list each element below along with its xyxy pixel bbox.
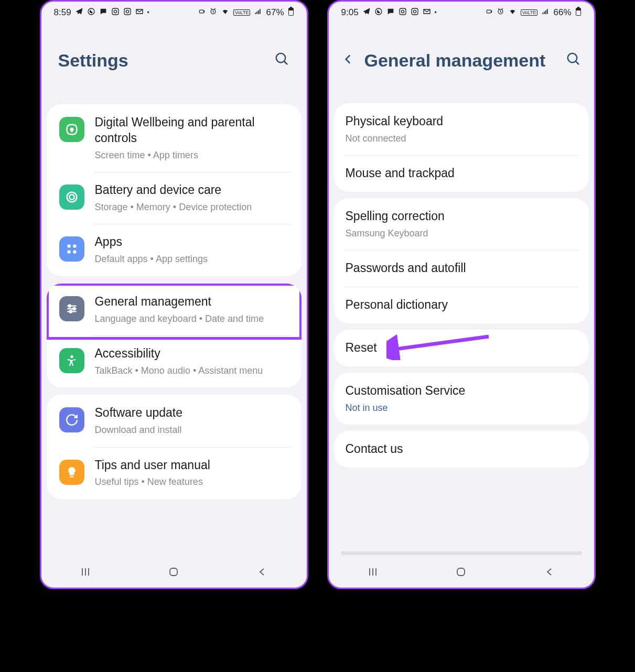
search-icon[interactable] [566, 51, 582, 69]
instagram-icon-2 [411, 7, 419, 18]
svg-rect-10 [289, 10, 293, 15]
home-button[interactable] [167, 566, 180, 580]
item-spelling-correction[interactable]: Spelling correction Samsung Keyboard [334, 198, 589, 250]
sidebar-item-software-update[interactable]: Software update Download and install [47, 395, 302, 447]
svg-rect-33 [577, 7, 579, 8]
svg-point-20 [73, 308, 75, 310]
status-bar: 8:59 • VoLTE [41, 2, 307, 24]
alarm-icon [209, 7, 217, 18]
item-subtitle: Storage • Memory • Device protection [95, 201, 289, 213]
search-icon[interactable] [274, 51, 290, 69]
whatsapp-icon [374, 7, 383, 18]
page-title: Settings [58, 50, 128, 71]
sidebar-item-tips[interactable]: Tips and user manual Useful tips • New f… [47, 447, 302, 499]
item-mouse-trackpad[interactable]: Mouse and trackpad [334, 155, 589, 192]
alarm-icon [497, 7, 504, 18]
recents-button[interactable] [367, 566, 379, 580]
apps-icon [59, 236, 84, 262]
page-title: General management [364, 50, 546, 71]
phone-right-general-management: 9:05 • VoLTE 66% General management [327, 0, 596, 589]
item-title: Customisation Service [346, 383, 577, 399]
item-title: Passwords and autofill [346, 261, 577, 276]
svg-rect-9 [290, 7, 292, 8]
sliders-icon [59, 296, 84, 321]
item-passwords-autofill[interactable]: Passwords and autofill [334, 250, 589, 287]
nav-bar [41, 558, 307, 588]
instagram-icon-2 [123, 7, 132, 18]
item-subtitle: Useful tips • New features [95, 476, 289, 488]
item-title: Spelling correction [346, 209, 577, 224]
battery-icon [575, 7, 582, 19]
settings-section: Physical keyboard Not connected Mouse an… [334, 103, 589, 192]
item-reset[interactable]: Reset [334, 330, 589, 366]
instagram-icon [111, 7, 120, 18]
battery-percent: 67% [266, 7, 284, 18]
item-subtitle: Not connected [346, 133, 577, 145]
wifi-icon [508, 7, 517, 18]
sidebar-item-apps[interactable]: Apps Default apps • App settings [47, 224, 302, 276]
more-dot-icon: • [435, 9, 437, 16]
item-customisation-service[interactable]: Customisation Service Not in use [334, 373, 589, 425]
item-title: Accessibility [95, 346, 289, 362]
svg-rect-25 [400, 8, 406, 15]
volte-icon: VoLTE [521, 9, 537, 16]
scroll-indicator [341, 551, 582, 555]
item-title: Contact us [346, 441, 577, 457]
svg-point-35 [567, 53, 577, 63]
item-personal-dictionary[interactable]: Personal dictionary [334, 287, 589, 323]
sidebar-item-wellbeing[interactable]: Digital Wellbeing and parental controls … [47, 104, 302, 172]
item-title: Apps [95, 234, 289, 250]
gmail-icon [423, 7, 431, 18]
svg-rect-29 [487, 10, 491, 13]
svg-rect-5 [199, 10, 203, 13]
battery-icon [288, 7, 294, 19]
item-contact-us[interactable]: Contact us [334, 431, 589, 468]
item-physical-keyboard[interactable]: Physical keyboard Not connected [334, 103, 589, 155]
svg-point-26 [401, 10, 404, 13]
item-subtitle: Language and keyboard • Date and time [95, 313, 289, 325]
item-title: Physical keyboard [346, 114, 577, 129]
battery-small-icon [486, 7, 493, 18]
svg-point-15 [67, 245, 70, 248]
svg-point-18 [73, 251, 77, 254]
svg-point-21 [69, 310, 71, 312]
recents-button[interactable] [79, 566, 92, 580]
svg-point-24 [375, 8, 382, 15]
svg-rect-34 [576, 10, 580, 15]
nav-bar [329, 558, 594, 588]
item-title: Software update [95, 405, 289, 421]
item-subtitle: Default apps • App settings [95, 253, 289, 265]
sidebar-item-devicecare[interactable]: Battery and device care Storage • Memory… [47, 172, 302, 224]
settings-section: Digital Wellbeing and parental controls … [47, 104, 302, 276]
settings-section: Software update Download and install Tip… [47, 395, 302, 499]
item-subtitle: Samsung Keyboard [346, 227, 577, 240]
svg-point-13 [67, 192, 77, 202]
item-subtitle: Download and install [95, 424, 289, 436]
svg-point-4 [126, 10, 128, 13]
chat-icon [386, 7, 395, 18]
settings-section: Reset [334, 330, 589, 366]
svg-point-17 [67, 251, 70, 254]
svg-rect-23 [170, 568, 177, 576]
telegram-icon [362, 7, 371, 18]
back-button[interactable] [256, 566, 268, 580]
back-icon[interactable] [341, 52, 355, 68]
svg-rect-3 [124, 8, 131, 15]
wifi-icon [221, 7, 230, 18]
battery-small-icon [198, 7, 206, 18]
settings-section: Spelling correction Samsung Keyboard Pas… [334, 198, 589, 323]
sidebar-item-accessibility[interactable]: Accessibility TalkBack • Mono audio • As… [47, 335, 302, 387]
sidebar-item-general-management[interactable]: General management Language and keyboard… [47, 284, 302, 335]
svg-point-28 [413, 10, 416, 13]
svg-point-19 [68, 305, 70, 307]
home-button[interactable] [455, 566, 467, 580]
update-icon [59, 407, 84, 432]
battery-percent: 66% [553, 7, 571, 18]
tips-icon [59, 460, 84, 485]
settings-section: Customisation Service Not in use [334, 373, 589, 425]
item-title: Personal dictionary [346, 297, 577, 313]
svg-rect-36 [457, 568, 465, 576]
back-button[interactable] [543, 566, 556, 580]
item-title: Reset [346, 340, 577, 356]
signal-icon [254, 7, 262, 18]
